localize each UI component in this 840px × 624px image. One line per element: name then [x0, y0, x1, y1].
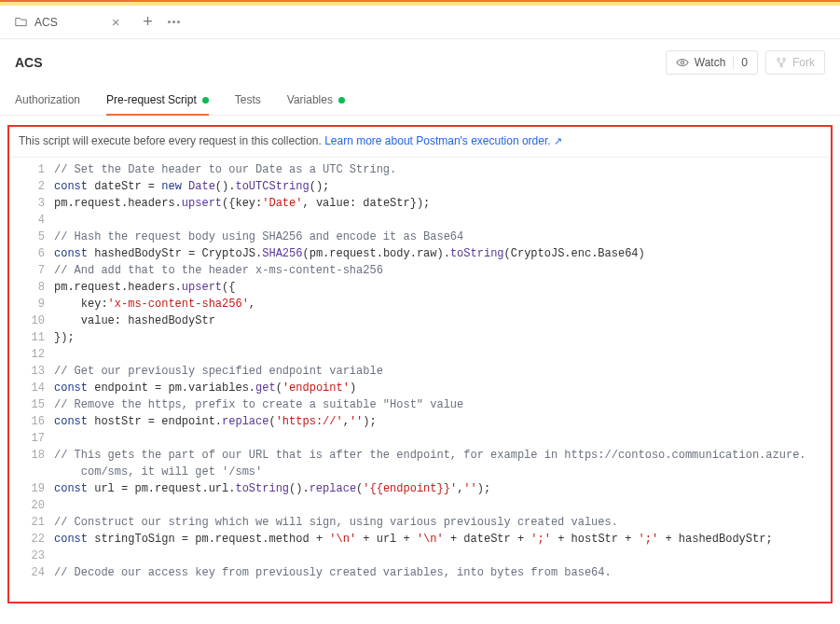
tab-acs[interactable]: ACS × — [4, 6, 131, 38]
code-content[interactable]: // Set the Date header to our Date as a … — [54, 161, 831, 581]
info-text: This script will execute before every re… — [9, 127, 831, 158]
tab-prerequest[interactable]: Pre-request Script — [106, 88, 209, 115]
learn-more-link[interactable]: Learn more about Postman's execution ord… — [324, 134, 562, 147]
ellipsis-icon — [168, 21, 180, 23]
highlight-box: This script will execute before every re… — [7, 125, 833, 603]
close-icon[interactable]: × — [112, 14, 120, 30]
tab-tests[interactable]: Tests — [235, 88, 261, 115]
tab-bar: ACS × + — [0, 6, 840, 39]
tab-authorization[interactable]: Authorization — [15, 88, 80, 115]
line-gutter: 123456789101112131415161718192021222324 — [9, 161, 54, 581]
status-dot-icon — [202, 97, 209, 104]
watch-label: Watch — [695, 56, 726, 69]
tab-prerequest-label: Pre-request Script — [106, 93, 197, 106]
tab-label: ACS — [34, 16, 58, 29]
status-dot-icon — [338, 97, 345, 104]
tab-variables-label: Variables — [287, 93, 333, 106]
fork-label: Fork — [792, 56, 815, 69]
tab-authorization-label: Authorization — [15, 93, 80, 106]
fork-icon — [776, 57, 787, 68]
svg-point-0 — [681, 61, 684, 64]
code-editor[interactable]: 123456789101112131415161718192021222324 … — [9, 158, 831, 602]
folder-icon — [15, 17, 27, 27]
fork-button[interactable]: Fork — [765, 50, 825, 75]
svg-point-2 — [783, 58, 786, 61]
tab-tests-label: Tests — [235, 93, 261, 106]
svg-point-3 — [780, 64, 783, 67]
eye-icon — [676, 58, 689, 67]
learn-more-label: Learn more about Postman's execution ord… — [324, 134, 550, 147]
subtab-bar: Authorization Pre-request Script Tests V… — [0, 88, 840, 116]
info-text-body: This script will execute before every re… — [19, 134, 324, 147]
external-link-icon: ↗ — [554, 135, 562, 146]
header-actions: Watch 0 Fork — [666, 50, 825, 75]
header-row: ACS Watch 0 Fork — [0, 39, 840, 88]
tab-variables[interactable]: Variables — [287, 88, 345, 115]
watch-button[interactable]: Watch 0 — [666, 50, 758, 75]
new-tab-button[interactable]: + — [134, 9, 160, 35]
page-title: ACS — [15, 55, 43, 70]
more-tabs-button[interactable] — [160, 9, 186, 35]
watch-count: 0 — [733, 56, 748, 69]
svg-point-1 — [778, 58, 780, 61]
